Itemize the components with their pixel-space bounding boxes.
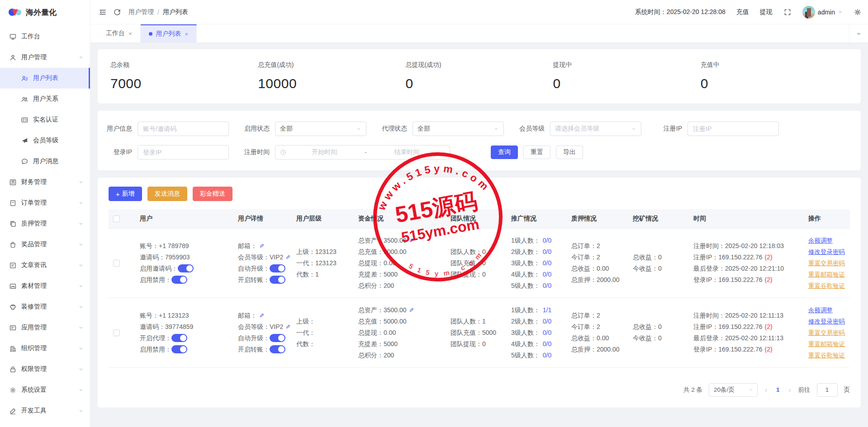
toggle-switch-on[interactable]	[171, 334, 187, 342]
action-link[interactable]: 重置交易密码	[808, 329, 845, 336]
next-page-button[interactable]: ›	[788, 386, 792, 394]
edit-icon[interactable]: ✎	[285, 321, 290, 333]
sidebar-item-real-name-auth[interactable]: 实名认证	[0, 109, 90, 130]
avatar[interactable]	[802, 6, 815, 19]
sidebar-item-dev-tools[interactable]: 开发工具	[0, 400, 90, 421]
page-size-select[interactable]: 20条/页	[709, 383, 758, 397]
sidebar-item-user-relation[interactable]: 用户关系	[0, 89, 90, 109]
sidebar-item-user-list[interactable]: 用户列表	[0, 68, 90, 89]
tab-options-dropdown[interactable]	[849, 24, 868, 42]
edit-icon[interactable]: ✎	[285, 252, 290, 263]
time-cell: 注册时间：2025-02-20 12:18:03注册IP：169.150.222…	[693, 228, 808, 298]
select-all-checkbox[interactable]	[113, 216, 120, 222]
sidebar-item-order-management[interactable]: 订单管理	[0, 192, 90, 213]
collapse-sidebar-icon[interactable]	[99, 8, 107, 16]
ip-count-link[interactable]: (2)	[765, 276, 773, 283]
edit-icon[interactable]: ✎	[409, 235, 414, 246]
count-link[interactable]: 0/0	[543, 271, 551, 278]
row-checkbox[interactable]	[113, 329, 120, 336]
goto-page-input[interactable]	[817, 383, 838, 397]
tab-close-icon[interactable]: ×	[185, 31, 189, 38]
sidebar-item-member-level[interactable]: 会员等级	[0, 130, 90, 151]
member-level-select[interactable]: 请选择会员等级	[550, 122, 641, 136]
count-link[interactable]: 0/0	[543, 318, 551, 325]
count-link[interactable]: 0/0	[543, 248, 551, 255]
sidebar-item-organization-management[interactable]: 组织管理	[0, 338, 90, 359]
action-link[interactable]: 重置谷歌验证	[808, 352, 845, 359]
sidebar-item-decoration-management[interactable]: 装修管理	[0, 296, 90, 317]
start-time-placeholder[interactable]: 开始时间	[286, 148, 363, 156]
toggle-switch-on[interactable]	[270, 334, 285, 342]
toggle-switch-on[interactable]	[171, 276, 187, 284]
send-message-button[interactable]: 发送消息	[147, 187, 187, 201]
field-label: 账号：	[140, 312, 159, 319]
action-link[interactable]: 修改登录密码	[808, 249, 845, 255]
sidebar-item-app-management[interactable]: 应用管理	[0, 317, 90, 338]
sidebar-item-permission-management[interactable]: 权限管理	[0, 359, 90, 380]
count-link[interactable]: 0/0	[543, 237, 551, 244]
field-label: 3级人数：	[511, 329, 540, 336]
sidebar-item-prize-management[interactable]: 奖品管理	[0, 234, 90, 255]
tab-user-list[interactable]: 用户列表 ×	[141, 24, 197, 42]
settings-gear-icon[interactable]	[854, 8, 862, 16]
refresh-icon[interactable]	[113, 8, 121, 16]
count-link[interactable]: 0/0	[543, 329, 551, 336]
action-link[interactable]: 余额调整	[808, 237, 833, 244]
count-link[interactable]: 1/1	[543, 306, 551, 314]
agent-status-select[interactable]: 全部	[413, 122, 504, 136]
sidebar-item-user-message[interactable]: 用户消息	[0, 151, 90, 172]
edit-icon[interactable]: ✎	[409, 305, 414, 316]
breadcrumb-section[interactable]: 用户管理	[128, 8, 154, 16]
recharge-link[interactable]: 充值	[736, 8, 749, 16]
enable-status-select[interactable]: 全部	[275, 122, 366, 136]
count-link[interactable]: 0/0	[543, 259, 551, 267]
sidebar-item-user-management[interactable]: 用户管理	[0, 47, 90, 68]
count-link[interactable]: 0/0	[543, 340, 551, 347]
prev-page-button[interactable]: ‹	[764, 386, 768, 394]
toggle-switch-on[interactable]	[270, 264, 285, 272]
row-checkbox[interactable]	[113, 260, 120, 267]
action-link[interactable]: 重置交易密码	[808, 260, 845, 267]
register-ip-input[interactable]	[688, 122, 779, 136]
edit-icon[interactable]: ✎	[259, 310, 264, 321]
edit-icon[interactable]: ✎	[259, 240, 264, 252]
add-user-button[interactable]: +新增	[109, 187, 142, 201]
ip-count-link[interactable]: (2)	[765, 253, 773, 261]
tab-workbench[interactable]: 工作台 ×	[98, 24, 141, 42]
login-ip-input[interactable]	[138, 145, 229, 160]
sidebar-item-material-management[interactable]: 素材管理	[0, 276, 90, 296]
register-time-range-picker[interactable]: 开始时间 - 结束时间	[275, 145, 450, 160]
field-label: 团队充值：	[451, 259, 482, 267]
action-link[interactable]: 重置谷歌验证	[808, 282, 845, 289]
count-link[interactable]: 0/0	[543, 352, 551, 359]
reset-button[interactable]: 重置	[523, 145, 550, 159]
user-menu[interactable]: admin	[802, 6, 843, 19]
end-time-placeholder[interactable]: 结束时间	[369, 148, 445, 156]
withdraw-link[interactable]: 提现	[760, 8, 773, 16]
sidebar-item-article-news[interactable]: 文章资讯	[0, 255, 90, 276]
toggle-switch-on[interactable]	[171, 345, 187, 353]
action-link[interactable]: 重置邮箱验证	[808, 341, 845, 347]
sidebar-item-pledge-management[interactable]: 质押管理	[0, 213, 90, 234]
sidebar-menu: 工作台用户管理用户列表用户关系实名认证会员等级用户消息财务管理订单管理质押管理奖…	[0, 24, 90, 421]
action-link[interactable]: 重置邮箱验证	[808, 271, 845, 278]
ip-count-link[interactable]: (2)	[765, 323, 773, 330]
toggle-switch-on[interactable]	[270, 345, 285, 353]
bonus-gift-button[interactable]: 彩金赠送	[193, 187, 232, 201]
current-page-button[interactable]: 1	[774, 386, 782, 393]
action-link[interactable]: 余额调整	[808, 307, 833, 314]
sidebar-item-workbench[interactable]: 工作台	[0, 26, 90, 47]
toggle-switch-on[interactable]	[270, 276, 285, 284]
tab-close-icon[interactable]: ×	[128, 30, 132, 37]
sidebar-item-system-settings[interactable]: 系统设置	[0, 380, 90, 400]
user-info-input[interactable]	[138, 122, 229, 136]
ip-count-link[interactable]: (2)	[765, 346, 773, 353]
export-button[interactable]: 导出	[556, 145, 583, 159]
toggle-switch-on[interactable]	[178, 264, 194, 272]
actions-cell: 余额调整修改登录密码重置交易密码重置邮箱验证重置谷歌验证	[808, 298, 850, 367]
sidebar-item-finance-management[interactable]: 财务管理	[0, 172, 90, 192]
count-link[interactable]: 0/0	[543, 282, 551, 289]
action-link[interactable]: 修改登录密码	[808, 318, 845, 325]
search-button[interactable]: 查询	[491, 145, 518, 159]
fullscreen-icon[interactable]	[783, 8, 792, 16]
